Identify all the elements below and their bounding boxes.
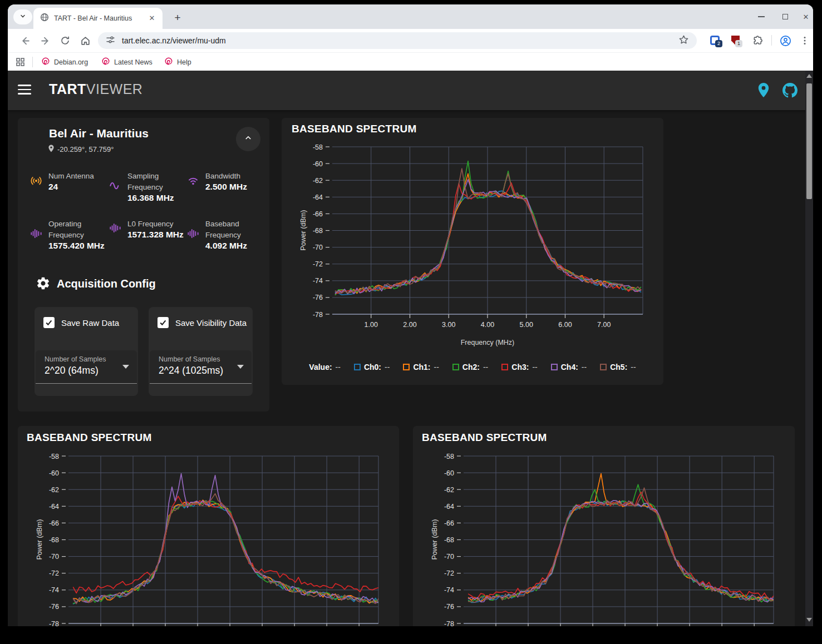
svg-text:-64: -64	[313, 194, 323, 201]
legend-item-ch2[interactable]: Ch2:--	[452, 363, 488, 371]
stat-bandwidth: Bandwidth2.500 MHz	[186, 170, 265, 192]
visibility-data-subcard: Save Visibility Data Number of Samples 2…	[149, 307, 253, 396]
y-axis-label: Power (dBm)	[36, 456, 43, 623]
waveform-icon	[186, 226, 200, 243]
back-button[interactable]	[18, 33, 32, 48]
extension-shield-icon[interactable]: 1	[731, 36, 740, 45]
spectrum-card-main: BASEBAND SPECTRUM 1.002.003.004.005.006.…	[282, 118, 663, 385]
spectrum-chart-svg[interactable]: -58-60-62-64-66-68-70-72-74-76-78	[413, 426, 795, 626]
caret-down-icon	[122, 365, 129, 369]
extension-blue-icon[interactable]: 2	[710, 36, 720, 45]
checkbox-label: Save Raw Data	[61, 318, 119, 328]
scrollbar-down-icon[interactable]	[806, 618, 812, 622]
screen: TART - Bel Air - Mauritius ✕ + ✕ tart.el…	[0, 0, 822, 644]
checkbox-label: Save Visibility Data	[175, 318, 247, 328]
collapse-button[interactable]	[236, 127, 260, 151]
window-minimize-button[interactable]	[754, 10, 769, 23]
github-button[interactable]	[782, 83, 798, 100]
legend-item-ch3[interactable]: Ch3:--	[501, 363, 537, 371]
save-visibility-data-checkbox[interactable]: Save Visibility Data	[157, 317, 247, 328]
wifi-icon	[186, 173, 200, 190]
url-bar[interactable]: tart.elec.ac.nz/viewer/mu-udm	[98, 32, 697, 49]
debian-swirl-icon	[101, 57, 110, 67]
url-text: tart.elec.ac.nz/viewer/mu-udm	[122, 36, 678, 45]
svg-text:-76: -76	[313, 294, 323, 301]
antenna-icon	[29, 173, 43, 190]
bookmarks-bar: Debian.org Latest News Help	[8, 52, 813, 71]
svg-text:-60: -60	[444, 469, 454, 477]
tab-search-button[interactable]	[13, 9, 32, 24]
stat-value: 2.500 MHz	[205, 182, 247, 191]
svg-text:-68: -68	[313, 227, 323, 235]
svg-text:-58: -58	[444, 453, 454, 460]
app-logo: TARTVIEWER	[49, 81, 142, 97]
reload-button[interactable]	[58, 33, 72, 48]
extensions-puzzle-icon[interactable]	[750, 33, 765, 48]
apps-grid-icon[interactable]	[16, 57, 25, 69]
select-value: 2^20 (64ms)	[45, 365, 128, 377]
raw-samples-select[interactable]: Number of Samples 2^20 (64ms)	[36, 350, 137, 384]
svg-text:-70: -70	[313, 244, 323, 251]
stat-num-antenna: Num Antenna24	[29, 170, 112, 192]
tab-strip: TART - Bel Air - Mauritius ✕ + ✕	[8, 4, 813, 29]
menu-hamburger-button[interactable]	[18, 85, 31, 95]
stat-label: Operating Frequency	[48, 220, 84, 239]
save-raw-data-checkbox[interactable]: Save Raw Data	[43, 317, 119, 328]
menu-kebab-icon[interactable]	[798, 33, 812, 48]
legend-swatch	[403, 364, 410, 370]
home-button[interactable]	[78, 33, 92, 48]
stat-operating-frequency: Operating Frequency1575.420 MHz	[29, 218, 107, 251]
svg-text:6.00: 6.00	[558, 321, 572, 329]
bookmark-debian[interactable]: Debian.org	[41, 53, 88, 71]
svg-text:-72: -72	[444, 569, 454, 577]
svg-text:-70: -70	[49, 553, 59, 561]
scrollbar-up-icon[interactable]	[806, 74, 812, 78]
svg-text:1.00: 1.00	[365, 321, 378, 329]
svg-text:-62: -62	[49, 486, 59, 494]
svg-text:-74: -74	[49, 586, 59, 594]
bookmark-label: Debian.org	[54, 58, 88, 66]
legend-item-ch5[interactable]: Ch5:--	[600, 363, 636, 371]
stat-label: Baseband Frequency	[205, 220, 241, 239]
checkbox-checked-icon	[43, 317, 55, 328]
browser-tab[interactable]: TART - Bel Air - Mauritius ✕	[33, 8, 163, 29]
legend-item-ch4[interactable]: Ch4:--	[551, 363, 587, 371]
svg-text:-78: -78	[313, 311, 323, 319]
station-coordinates: -20.259°, 57.759°	[48, 145, 114, 154]
forward-button[interactable]	[38, 33, 52, 48]
svg-text:-78: -78	[444, 620, 454, 627]
chevron-up-icon	[243, 133, 253, 145]
svg-text:2.00: 2.00	[403, 321, 416, 329]
chart-legend: Value:-- Ch0:-- Ch1:-- Ch2:-- Ch3:-- Ch4…	[293, 363, 652, 371]
scrollbar-thumb[interactable]	[806, 83, 812, 199]
profile-avatar[interactable]	[778, 33, 793, 48]
svg-text:-66: -66	[49, 519, 59, 527]
bookmark-star-icon[interactable]	[678, 34, 689, 47]
new-tab-button[interactable]: +	[170, 11, 185, 25]
svg-text:-62: -62	[313, 177, 323, 185]
stat-sampling-frequency: Sampling Frequency16.368 MHz	[108, 170, 185, 203]
stat-label: L0 Frequency	[127, 220, 174, 228]
waveform-icon	[108, 221, 122, 237]
app-header: TARTVIEWER	[8, 71, 813, 110]
window-maximize-button[interactable]	[777, 10, 793, 23]
legend-item-ch0[interactable]: Ch0:--	[354, 363, 390, 371]
map-pin-icon	[48, 145, 55, 154]
location-pin-button[interactable]	[757, 82, 770, 100]
visibility-samples-select[interactable]: Number of Samples 2^24 (1025ms)	[150, 350, 252, 384]
window-close-button[interactable]: ✕	[798, 10, 813, 23]
svg-text:-58: -58	[49, 453, 59, 460]
legend-item-ch1[interactable]: Ch1:--	[403, 363, 439, 371]
spectrum-chart-svg[interactable]: -58-60-62-64-66-68-70-72-74-76-78	[18, 426, 399, 626]
extension-badge: 1	[735, 40, 742, 47]
tab-close-icon[interactable]: ✕	[147, 13, 157, 23]
bookmark-latest-news[interactable]: Latest News	[101, 53, 152, 71]
svg-text:-72: -72	[49, 569, 59, 577]
site-info-icon[interactable]	[106, 35, 115, 47]
x-axis-label: Frequency (MHz)	[332, 339, 643, 346]
bookmark-label: Latest News	[114, 58, 152, 66]
svg-text:-64: -64	[49, 503, 59, 511]
stat-l0-frequency: L0 Frequency1571.328 MHz	[108, 218, 185, 240]
legend-swatch	[354, 364, 361, 370]
bookmark-help[interactable]: Help	[164, 53, 191, 71]
